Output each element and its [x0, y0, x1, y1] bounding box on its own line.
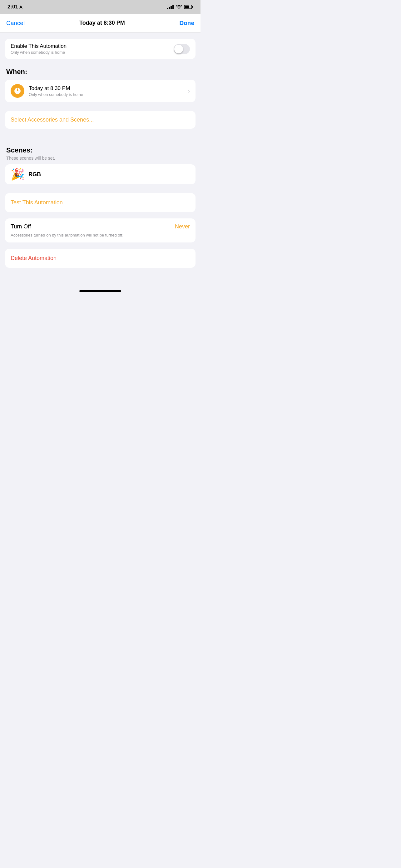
scenes-subtitle: These scenes will be set.	[6, 156, 194, 161]
delete-label: Delete Automation	[11, 255, 57, 261]
status-icons	[167, 5, 193, 9]
enable-title: Enable This Automation	[11, 43, 67, 50]
nav-bar: Cancel Today at 8:30 PM Done	[0, 14, 201, 32]
home-bar	[79, 290, 121, 292]
select-accessories-card[interactable]: Select Accessories and Scenes...	[5, 111, 196, 129]
scenes-section: Scenes: These scenes will be set. 🎉 RGB	[5, 137, 196, 184]
done-button[interactable]: Done	[179, 20, 195, 27]
status-bar: 2:01	[0, 0, 201, 14]
when-section: When: Today at 8:30 PM Only when somebod…	[5, 68, 196, 102]
scenes-header: Scenes:	[6, 146, 194, 154]
enable-text-group: Enable This Automation Only when somebod…	[11, 43, 67, 55]
wifi-icon	[176, 5, 182, 9]
turn-off-row: Turn Off Never	[11, 223, 190, 230]
clock-svg	[13, 87, 22, 95]
cancel-button[interactable]: Cancel	[6, 20, 25, 27]
battery-icon	[184, 5, 193, 9]
enable-subtitle: Only when somebody is home	[11, 50, 67, 55]
clock-icon	[11, 84, 24, 98]
svg-rect-2	[192, 6, 193, 8]
test-label: Test This Automation	[11, 199, 63, 206]
nav-title: Today at 8:30 PM	[79, 20, 125, 26]
when-time: Today at 8:30 PM	[29, 85, 183, 92]
when-text-group: Today at 8:30 PM Only when somebody is h…	[29, 85, 183, 97]
rgb-scene-card[interactable]: 🎉 RGB	[5, 164, 196, 184]
svg-rect-3	[185, 6, 189, 8]
test-automation-card[interactable]: Test This Automation	[5, 193, 196, 212]
enable-toggle[interactable]	[174, 44, 190, 54]
turnoff-value: Never	[175, 223, 190, 230]
svg-marker-0	[20, 5, 23, 9]
main-content: Enable This Automation Only when somebod…	[0, 32, 201, 286]
time-display: 2:01	[7, 4, 18, 10]
status-time: 2:01	[7, 4, 23, 10]
chevron-icon: ›	[188, 88, 190, 94]
select-label: Select Accessories and Scenes...	[11, 117, 94, 123]
rgb-label: RGB	[28, 171, 41, 178]
turn-off-card[interactable]: Turn Off Never Accessories turned on by …	[5, 218, 196, 243]
enable-automation-card: Enable This Automation Only when somebod…	[5, 39, 196, 59]
signal-icon	[167, 5, 174, 9]
location-icon	[20, 5, 23, 9]
when-condition: Only when somebody is home	[29, 92, 183, 97]
when-header: When:	[6, 68, 194, 76]
turnoff-label: Turn Off	[11, 223, 31, 230]
home-indicator	[0, 286, 201, 294]
toggle-thumb	[174, 45, 183, 54]
when-card[interactable]: Today at 8:30 PM Only when somebody is h…	[5, 80, 196, 102]
party-icon: 🎉	[11, 169, 25, 180]
turnoff-description: Accessories turned on by this automation…	[11, 232, 190, 238]
delete-automation-card[interactable]: Delete Automation	[5, 249, 196, 268]
